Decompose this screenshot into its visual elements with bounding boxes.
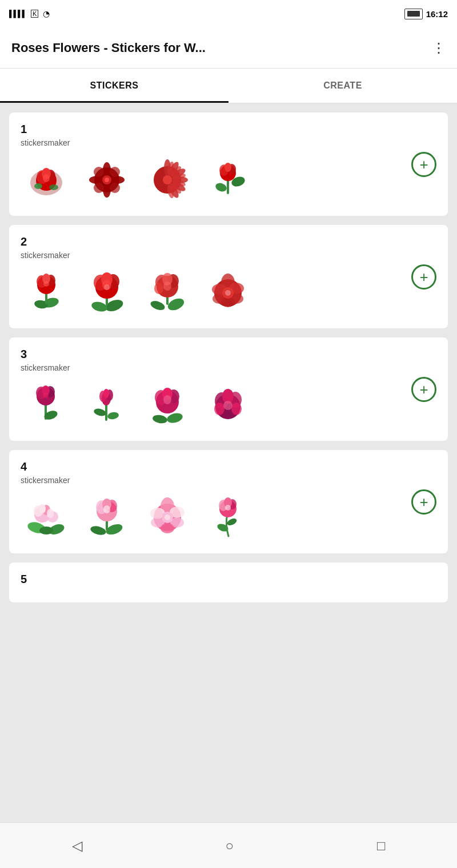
svg-point-6 xyxy=(34,183,42,189)
svg-point-88 xyxy=(103,389,109,398)
sticker-3-2 xyxy=(81,379,133,431)
sticker-4-4 xyxy=(202,492,254,543)
pack-number-2: 2 xyxy=(21,235,436,248)
sticker-2-2 xyxy=(81,267,133,318)
svg-point-84 xyxy=(107,411,119,420)
svg-point-7 xyxy=(49,184,58,190)
bottom-nav: ◁ ○ □ xyxy=(0,822,457,868)
svg-point-105 xyxy=(39,527,53,535)
stickers-row-1 xyxy=(21,154,436,206)
time-display: 16:12 xyxy=(426,9,448,19)
main-content: 1 stickersmaker xyxy=(0,103,457,822)
home-button[interactable]: ○ xyxy=(226,838,234,854)
svg-point-74 xyxy=(225,290,231,296)
sticker-2-3 xyxy=(142,267,193,318)
svg-point-81 xyxy=(43,392,49,398)
pack-number-1: 1 xyxy=(21,123,436,136)
sticker-1-1 xyxy=(21,154,72,206)
status-bar: ▌▌▌▌ K ◔ 16:12 xyxy=(0,0,457,27)
add-pack-4-button[interactable]: + xyxy=(411,489,436,515)
status-right: 16:12 xyxy=(404,9,448,19)
sticker-2-4 xyxy=(202,267,254,318)
svg-point-58 xyxy=(149,299,166,311)
stickers-row-2 xyxy=(21,267,436,318)
svg-point-47 xyxy=(43,281,49,287)
svg-point-56 xyxy=(104,284,110,290)
sticker-4-2 xyxy=(81,492,133,543)
tabs-bar: STICKERS CREATE xyxy=(0,69,457,103)
add-pack-1-button[interactable]: + xyxy=(411,152,436,177)
svg-point-83 xyxy=(93,407,106,417)
stickers-row-4 xyxy=(21,492,436,543)
app-bar: Roses Flowers - Stickers for W... ⋮ xyxy=(0,27,457,69)
pack-number-3: 3 xyxy=(21,348,436,361)
svg-point-135 xyxy=(225,505,231,511)
sticker-3-1 xyxy=(21,379,72,431)
back-button[interactable]: ◁ xyxy=(72,838,82,854)
pack-author-1: stickersmaker xyxy=(21,138,436,147)
sticker-pack-2: 2 stickersmaker xyxy=(9,225,448,328)
pack-number-5: 5 xyxy=(21,573,436,586)
svg-point-100 xyxy=(214,403,225,415)
battery-icon xyxy=(404,9,423,19)
recent-button[interactable]: □ xyxy=(377,838,386,854)
svg-point-32 xyxy=(163,175,172,184)
tab-stickers[interactable]: STICKERS xyxy=(0,69,228,103)
svg-point-130 xyxy=(226,517,238,527)
svg-point-89 xyxy=(166,411,183,424)
svg-point-119 xyxy=(103,505,110,513)
add-pack-2-button[interactable]: + xyxy=(411,264,436,290)
svg-point-113 xyxy=(89,524,107,536)
svg-point-49 xyxy=(90,300,108,313)
svg-point-65 xyxy=(163,282,171,291)
svg-point-39 xyxy=(225,163,231,172)
sticker-pack-5-partial: 5 xyxy=(9,562,448,602)
svg-point-18 xyxy=(105,178,109,182)
pack-number-4: 4 xyxy=(21,460,436,473)
add-pack-3-button[interactable]: + xyxy=(411,377,436,402)
svg-point-101 xyxy=(231,403,242,415)
sticker-pack-1: 1 stickersmaker xyxy=(9,112,448,216)
svg-point-102 xyxy=(223,401,232,410)
sticker-3-3 xyxy=(142,379,193,431)
svg-point-111 xyxy=(47,509,54,518)
sticker-1-4 xyxy=(202,154,254,206)
svg-point-109 xyxy=(39,504,46,513)
sticker-4-3 xyxy=(142,492,193,543)
sticker-pack-4: 4 stickersmaker xyxy=(9,450,448,553)
svg-point-128 xyxy=(165,515,170,520)
sim-icon: K xyxy=(31,10,38,18)
status-left: ▌▌▌▌ K ◔ xyxy=(9,9,50,18)
sticker-2-1 xyxy=(21,267,72,318)
signal-icon: ▌▌▌▌ xyxy=(9,10,26,18)
pack-author-2: stickersmaker xyxy=(21,251,436,260)
sticker-1-3 xyxy=(142,154,193,206)
svg-point-90 xyxy=(151,413,167,424)
svg-point-57 xyxy=(166,296,186,312)
app-title: Roses Flowers - Stickers for W... xyxy=(11,41,432,55)
svg-point-5 xyxy=(43,174,50,182)
stickers-row-3 xyxy=(21,379,436,431)
pack-author-4: stickersmaker xyxy=(21,476,436,485)
svg-point-95 xyxy=(163,395,171,404)
svg-point-63 xyxy=(154,283,163,294)
sticker-3-4 xyxy=(202,379,254,431)
svg-point-126 xyxy=(161,523,174,533)
svg-point-34 xyxy=(214,182,228,193)
menu-icon[interactable]: ⋮ xyxy=(432,40,446,56)
sticker-4-1 xyxy=(21,492,72,543)
tab-create[interactable]: CREATE xyxy=(228,69,457,103)
wifi-icon: ◔ xyxy=(43,9,50,18)
sticker-1-2 xyxy=(81,154,133,206)
sticker-pack-3: 3 stickersmaker xyxy=(9,337,448,441)
pack-author-3: stickersmaker xyxy=(21,363,436,372)
